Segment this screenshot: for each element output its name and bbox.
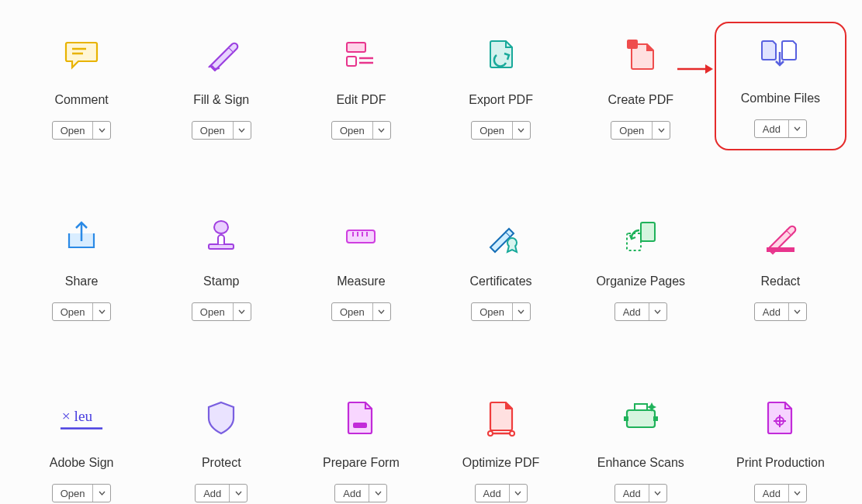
add-button[interactable]: Add: [196, 485, 230, 502]
tool-measure[interactable]: MeasureOpen: [295, 205, 427, 332]
open-split-button[interactable]: Open: [471, 302, 531, 321]
dropdown-caret-icon[interactable]: [653, 122, 670, 139]
open-button[interactable]: Open: [53, 485, 94, 502]
open-button[interactable]: Open: [472, 303, 513, 320]
dropdown-caret-icon[interactable]: [234, 303, 251, 320]
open-button[interactable]: Open: [332, 122, 373, 139]
svg-rect-8: [209, 244, 234, 249]
certificates-icon: [479, 214, 524, 259]
add-split-button[interactable]: Add: [334, 484, 387, 502]
add-split-button[interactable]: Add: [475, 484, 528, 502]
share-icon: [59, 214, 104, 259]
tool-label: Prepare Form: [323, 456, 400, 470]
add-button[interactable]: Add: [335, 485, 369, 502]
tool-protect[interactable]: ProtectAdd: [155, 386, 287, 504]
dropdown-caret-icon[interactable]: [230, 485, 247, 502]
create-pdf-icon: [618, 33, 663, 78]
add-split-button[interactable]: Add: [754, 302, 807, 321]
open-button[interactable]: Open: [53, 122, 94, 139]
combine-files-icon: [758, 31, 803, 76]
add-button[interactable]: Add: [615, 485, 649, 502]
tool-stamp[interactable]: StampOpen: [155, 205, 287, 332]
tool-export-pdf[interactable]: Export PDFOpen: [435, 23, 567, 150]
edit-pdf-icon: [338, 33, 383, 78]
svg-rect-21: [353, 423, 367, 428]
tool-redact[interactable]: RedactAdd: [715, 205, 846, 332]
svg-text:× leu: × leu: [62, 408, 93, 424]
redact-icon: [758, 214, 803, 259]
open-split-button[interactable]: Open: [192, 121, 251, 140]
tool-create-pdf[interactable]: Create PDFOpen: [575, 23, 707, 150]
dropdown-caret-icon[interactable]: [93, 485, 110, 502]
dropdown-caret-icon[interactable]: [649, 303, 666, 320]
add-split-button[interactable]: Add: [614, 302, 667, 321]
add-button[interactable]: Add: [755, 303, 789, 320]
add-split-button[interactable]: Add: [754, 484, 807, 502]
svg-rect-26: [624, 416, 628, 421]
add-button[interactable]: Add: [755, 485, 789, 502]
tool-label: Print Production: [736, 456, 825, 470]
open-button[interactable]: Open: [332, 303, 373, 320]
optimize-pdf-icon: [479, 395, 524, 440]
dropdown-caret-icon[interactable]: [234, 122, 251, 139]
add-button[interactable]: Add: [615, 303, 649, 320]
open-button[interactable]: Open: [53, 303, 94, 320]
dropdown-caret-icon[interactable]: [513, 303, 530, 320]
open-split-button[interactable]: Open: [52, 302, 112, 321]
dropdown-caret-icon[interactable]: [649, 485, 666, 502]
tool-combine-files[interactable]: Combine FilesAdd: [715, 22, 846, 150]
tool-label: Optimize PDF: [462, 456, 540, 470]
tool-organize-pages[interactable]: Organize PagesAdd: [575, 205, 707, 332]
dropdown-caret-icon[interactable]: [513, 122, 530, 139]
measure-icon: [338, 214, 383, 259]
svg-rect-17: [627, 233, 641, 250]
tool-label: Stamp: [203, 274, 239, 288]
add-button[interactable]: Add: [476, 485, 510, 502]
dropdown-caret-icon[interactable]: [93, 122, 110, 139]
open-split-button[interactable]: Open: [471, 121, 531, 140]
svg-point-9: [214, 221, 228, 233]
tool-label: Certificates: [470, 274, 532, 288]
open-split-button[interactable]: Open: [52, 121, 112, 140]
open-button[interactable]: Open: [611, 122, 653, 139]
adobe-sign-icon: × leu: [59, 395, 104, 440]
protect-icon: [199, 395, 244, 440]
add-split-button[interactable]: Add: [195, 484, 248, 502]
tool-prepare-form[interactable]: Prepare FormAdd: [295, 386, 427, 504]
tool-comment[interactable]: CommentOpen: [16, 23, 147, 150]
dropdown-caret-icon[interactable]: [789, 120, 806, 137]
dropdown-caret-icon[interactable]: [789, 485, 806, 502]
open-button[interactable]: Open: [472, 122, 513, 139]
svg-rect-16: [641, 223, 655, 241]
tool-share[interactable]: ShareOpen: [16, 205, 147, 332]
add-split-button[interactable]: Add: [754, 119, 807, 138]
dropdown-caret-icon[interactable]: [789, 303, 806, 320]
tool-enhance-scans[interactable]: Enhance ScansAdd: [575, 386, 707, 504]
dropdown-caret-icon[interactable]: [93, 303, 110, 320]
svg-rect-27: [653, 416, 658, 421]
open-button[interactable]: Open: [192, 303, 234, 320]
tool-edit-pdf[interactable]: Edit PDFOpen: [295, 23, 427, 150]
dropdown-caret-icon[interactable]: [373, 122, 390, 139]
fill-sign-icon: [199, 33, 244, 78]
open-split-button[interactable]: Open: [611, 121, 670, 140]
export-pdf-icon: [479, 33, 524, 78]
open-split-button[interactable]: Open: [52, 484, 112, 502]
open-split-button[interactable]: Open: [331, 121, 391, 140]
tool-fill-sign[interactable]: Fill & SignOpen: [155, 23, 287, 150]
svg-rect-2: [347, 43, 365, 52]
open-button[interactable]: Open: [192, 122, 234, 139]
open-split-button[interactable]: Open: [192, 302, 251, 321]
tool-certificates[interactable]: CertificatesOpen: [435, 205, 567, 332]
add-button[interactable]: Add: [755, 120, 789, 137]
tool-optimize-pdf[interactable]: Optimize PDFAdd: [435, 386, 567, 504]
dropdown-caret-icon[interactable]: [373, 303, 390, 320]
svg-rect-6: [627, 40, 638, 49]
add-split-button[interactable]: Add: [614, 484, 667, 502]
tool-print-prod[interactable]: Print ProductionAdd: [715, 386, 846, 504]
dropdown-caret-icon[interactable]: [369, 485, 386, 502]
dropdown-caret-icon[interactable]: [510, 485, 527, 502]
print-prod-icon: [758, 395, 803, 440]
open-split-button[interactable]: Open: [331, 302, 391, 321]
tool-adobe-sign[interactable]: × leuAdobe SignOpen: [16, 386, 147, 504]
